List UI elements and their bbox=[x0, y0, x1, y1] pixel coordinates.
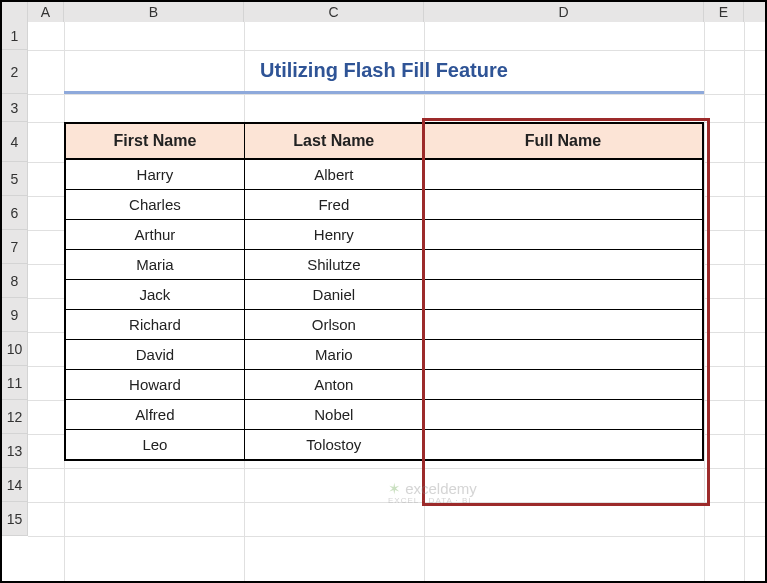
row-header-4[interactable]: 4 bbox=[2, 122, 28, 162]
cell-grid[interactable]: Utilizing Flash Fill Feature First Name … bbox=[28, 22, 765, 581]
row-header-15[interactable]: 15 bbox=[2, 502, 28, 536]
row-header-5[interactable]: 5 bbox=[2, 162, 28, 196]
cell-full[interactable] bbox=[424, 160, 702, 190]
cell-last[interactable]: Albert bbox=[245, 160, 424, 190]
cell-last[interactable]: Daniel bbox=[245, 280, 424, 310]
row-header-14[interactable]: 14 bbox=[2, 468, 28, 502]
table-row: LeoTolostoy bbox=[66, 430, 702, 459]
cell-first[interactable]: Jack bbox=[66, 280, 245, 310]
cell-last[interactable]: Anton bbox=[245, 370, 424, 400]
row-header-3[interactable]: 3 bbox=[2, 94, 28, 122]
cell-full[interactable] bbox=[424, 430, 702, 459]
table-row: RichardOrlson bbox=[66, 310, 702, 340]
table-header-row: First Name Last Name Full Name bbox=[66, 124, 702, 160]
spreadsheet: A B C D E 1 2 3 4 5 6 7 8 9 10 11 12 13 … bbox=[2, 2, 765, 581]
cell-full[interactable] bbox=[424, 400, 702, 430]
cell-full[interactable] bbox=[424, 250, 702, 280]
watermark-sub: EXCEL · DATA · BI bbox=[388, 496, 477, 505]
cell-last[interactable]: Shilutze bbox=[245, 250, 424, 280]
cell-first[interactable]: Leo bbox=[66, 430, 245, 459]
row-header-7[interactable]: 7 bbox=[2, 230, 28, 264]
cell-full[interactable] bbox=[424, 370, 702, 400]
table-row: MariaShilutze bbox=[66, 250, 702, 280]
watermark-main: exceldemy bbox=[405, 480, 477, 497]
cell-last[interactable]: Fred bbox=[245, 190, 424, 220]
row-header-8[interactable]: 8 bbox=[2, 264, 28, 298]
column-headers: A B C D E bbox=[2, 2, 765, 23]
cell-last[interactable]: Nobel bbox=[245, 400, 424, 430]
cell-first[interactable]: Charles bbox=[66, 190, 245, 220]
row-header-9[interactable]: 9 bbox=[2, 298, 28, 332]
header-last-name[interactable]: Last Name bbox=[245, 124, 424, 160]
row-header-2[interactable]: 2 bbox=[2, 50, 28, 94]
col-header-c[interactable]: C bbox=[244, 2, 424, 22]
cell-full[interactable] bbox=[424, 190, 702, 220]
table-row: HowardAnton bbox=[66, 370, 702, 400]
cell-first[interactable]: Howard bbox=[66, 370, 245, 400]
page-title[interactable]: Utilizing Flash Fill Feature bbox=[64, 50, 704, 94]
row-header-6[interactable]: 6 bbox=[2, 196, 28, 230]
row-headers: 1 2 3 4 5 6 7 8 9 10 11 12 13 14 15 bbox=[2, 22, 28, 536]
header-full-name[interactable]: Full Name bbox=[424, 124, 702, 160]
table-row: JackDaniel bbox=[66, 280, 702, 310]
cell-last[interactable]: Tolostoy bbox=[245, 430, 424, 459]
row-header-12[interactable]: 12 bbox=[2, 400, 28, 434]
cell-full[interactable] bbox=[424, 340, 702, 370]
cell-full[interactable] bbox=[424, 310, 702, 340]
row-header-11[interactable]: 11 bbox=[2, 366, 28, 400]
cell-first[interactable]: Arthur bbox=[66, 220, 245, 250]
select-all-corner[interactable] bbox=[2, 2, 28, 22]
row-header-1[interactable]: 1 bbox=[2, 22, 28, 50]
table-row: DavidMario bbox=[66, 340, 702, 370]
cell-first[interactable]: Richard bbox=[66, 310, 245, 340]
cell-first[interactable]: David bbox=[66, 340, 245, 370]
header-first-name[interactable]: First Name bbox=[66, 124, 245, 160]
table-row: CharlesFred bbox=[66, 190, 702, 220]
col-header-d[interactable]: D bbox=[424, 2, 704, 22]
cell-last[interactable]: Henry bbox=[245, 220, 424, 250]
cell-full[interactable] bbox=[424, 280, 702, 310]
table-row: ArthurHenry bbox=[66, 220, 702, 250]
col-header-e[interactable]: E bbox=[704, 2, 744, 22]
cell-last[interactable]: Orlson bbox=[245, 310, 424, 340]
cell-last[interactable]: Mario bbox=[245, 340, 424, 370]
cell-first[interactable]: Alfred bbox=[66, 400, 245, 430]
col-header-b[interactable]: B bbox=[64, 2, 244, 22]
cell-first[interactable]: Harry bbox=[66, 160, 245, 190]
row-header-10[interactable]: 10 bbox=[2, 332, 28, 366]
table-row: HarryAlbert bbox=[66, 160, 702, 190]
cell-first[interactable]: Maria bbox=[66, 250, 245, 280]
col-header-a[interactable]: A bbox=[28, 2, 64, 22]
row-header-13[interactable]: 13 bbox=[2, 434, 28, 468]
data-table: First Name Last Name Full Name HarryAlbe… bbox=[64, 122, 704, 461]
table-row: AlfredNobel bbox=[66, 400, 702, 430]
cell-full[interactable] bbox=[424, 220, 702, 250]
